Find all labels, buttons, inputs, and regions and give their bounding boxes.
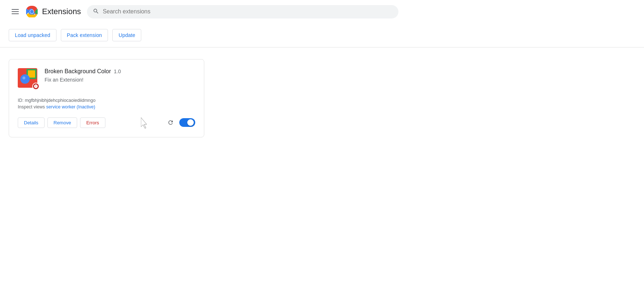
toggle-slider [179, 118, 195, 127]
card-info: Broken Background Color 1.0 Fix an Exten… [45, 68, 195, 83]
reload-button[interactable] [165, 117, 176, 128]
errors-button[interactable]: Errors [80, 117, 105, 128]
reload-icon [167, 119, 174, 126]
extension-version: 1.0 [114, 69, 121, 74]
main-content: Broken Background Color 1.0 Fix an Exten… [0, 47, 644, 149]
extension-icon-container [18, 68, 39, 89]
load-unpacked-button[interactable]: Load unpacked [9, 29, 57, 41]
extension-name: Broken Background Color [45, 68, 111, 75]
svg-rect-6 [28, 70, 35, 78]
search-icon [93, 8, 99, 16]
card-details: ID: mgfbhjnibhjdehcphiocaoiediidmngo Ins… [18, 98, 195, 109]
remove-button[interactable]: Remove [47, 117, 77, 128]
card-actions: Details Remove Errors [18, 117, 195, 128]
extension-card: Broken Background Color 1.0 Fix an Exten… [9, 59, 204, 137]
page-title: Extensions [42, 7, 81, 16]
svg-point-3 [30, 10, 34, 13]
hamburger-icon[interactable] [9, 6, 22, 17]
chrome-logo [26, 6, 38, 17]
inspect-views: Inspect views service worker (Inactive) [18, 104, 195, 109]
inspect-label: Inspect views [18, 104, 45, 109]
svg-point-7 [20, 74, 30, 84]
search-input[interactable] [103, 8, 393, 15]
svg-point-8 [22, 76, 25, 79]
pack-extension-button[interactable]: Pack extension [61, 29, 108, 41]
update-button[interactable]: Update [112, 29, 141, 41]
enable-toggle[interactable] [179, 118, 195, 127]
extension-id: ID: mgfbhjnibhjdehcphiocaoiediidmngo [18, 98, 195, 103]
header: Extensions [0, 0, 644, 23]
toolbar: Load unpacked Pack extension Update [0, 23, 644, 47]
service-worker-link[interactable]: service worker (Inactive) [46, 104, 95, 109]
extension-description: Fix an Extension! [45, 77, 195, 83]
error-badge-icon [34, 84, 38, 88]
search-bar [87, 5, 398, 18]
header-left: Extensions [9, 6, 81, 17]
details-button[interactable]: Details [18, 117, 45, 128]
card-top: Broken Background Color 1.0 Fix an Exten… [18, 68, 195, 89]
card-title-row: Broken Background Color 1.0 [45, 68, 195, 75]
